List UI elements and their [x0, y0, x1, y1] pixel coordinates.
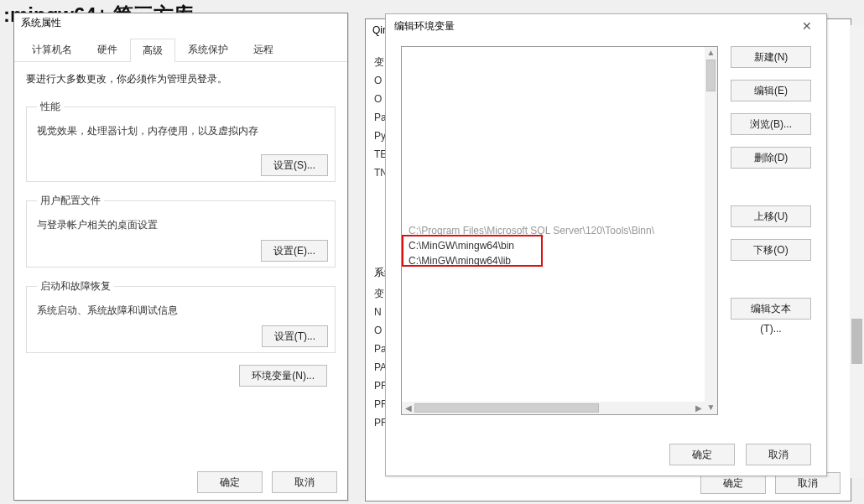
scroll-left-icon[interactable]: ◀: [402, 403, 414, 413]
path-row[interactable]: C:\MinGW\mingw64\lib: [409, 253, 654, 268]
startup-legend: 启动和故障恢复: [37, 279, 114, 294]
system-properties-dialog: 系统属性 计算机名 硬件 高级 系统保护 远程 要进行大多数更改，你必须作为管理…: [13, 13, 348, 501]
performance-legend: 性能: [37, 100, 64, 114]
v-scroll-thumb[interactable]: [706, 60, 716, 91]
edit-envvar-dialog: 编辑环境变量 ✕ C:\Program Files\Microsoft SQL …: [385, 13, 827, 476]
edit-text-button[interactable]: 编辑文本(T)...: [731, 298, 811, 320]
userprofile-group: 用户配置文件 与登录帐户相关的桌面设置 设置(E)...: [26, 194, 336, 268]
browse-button[interactable]: 浏览(B)...: [731, 113, 811, 135]
editenv-ok-button[interactable]: 确定: [669, 444, 735, 465]
sysprops-tabs: 计算机名 硬件 高级 系统保护 远程: [14, 34, 347, 62]
close-icon[interactable]: ✕: [794, 18, 820, 34]
path-listbox[interactable]: C:\Program Files\Microsoft SQL Server\12…: [401, 46, 718, 415]
userprofile-legend: 用户配置文件: [37, 194, 104, 208]
move-down-button[interactable]: 下移(O): [731, 239, 811, 261]
move-up-button[interactable]: 上移(U): [731, 205, 811, 227]
scroll-up-icon[interactable]: ▲: [705, 47, 717, 60]
envvar-button[interactable]: 环境变量(N)...: [239, 365, 327, 387]
edit-envvar-title: 编辑环境变量: [394, 19, 455, 34]
vertical-scrollbar[interactable]: ▲ ▼: [705, 47, 717, 414]
tab-system-protection[interactable]: 系统保护: [175, 38, 241, 61]
tab-computer-name[interactable]: 计算机名: [19, 38, 85, 61]
edit-button[interactable]: 编辑(E): [731, 80, 811, 101]
userprofile-desc: 与登录帐户相关的桌面设置: [37, 218, 325, 232]
editenv-button-column: 新建(N) 编辑(E) 浏览(B)... 删除(D) 上移(U) 下移(O) 编…: [731, 46, 811, 331]
delete-button[interactable]: 删除(D): [731, 147, 811, 169]
h-scroll-thumb[interactable]: [414, 403, 599, 413]
sysprops-cancel-button[interactable]: 取消: [272, 471, 337, 493]
editenv-cancel-button[interactable]: 取消: [746, 444, 811, 465]
startup-group: 启动和故障恢复 系统启动、系统故障和调试信息 设置(T)...: [26, 279, 336, 353]
scroll-right-icon[interactable]: ▶: [692, 403, 705, 413]
performance-group: 性能 视觉效果，处理器计划，内存使用，以及虚拟内存 设置(S)...: [26, 100, 336, 182]
performance-settings-button[interactable]: 设置(S)...: [261, 154, 328, 176]
path-row[interactable]: C:\MinGW\mingw64\bin: [409, 238, 654, 253]
admin-required-msg: 要进行大多数更改，你必须作为管理员登录。: [26, 72, 336, 86]
userprofile-settings-button[interactable]: 设置(E)...: [261, 240, 328, 262]
tab-advanced[interactable]: 高级: [130, 39, 175, 62]
tab-remote[interactable]: 远程: [241, 38, 286, 61]
startup-desc: 系统启动、系统故障和调试信息: [37, 304, 325, 318]
scroll-down-icon[interactable]: ▼: [705, 402, 717, 414]
page-scroll-thumb[interactable]: [851, 319, 862, 364]
startup-settings-button[interactable]: 设置(T)...: [262, 325, 328, 347]
performance-desc: 视觉效果，处理器计划，内存使用，以及虚拟内存: [37, 124, 325, 138]
path-row[interactable]: C:\Program Files\Microsoft SQL Server\12…: [409, 223, 654, 238]
tab-hardware[interactable]: 硬件: [85, 38, 130, 61]
sysprops-ok-button[interactable]: 确定: [197, 471, 263, 493]
horizontal-scrollbar[interactable]: ◀ ▶: [402, 402, 705, 414]
new-button[interactable]: 新建(N): [731, 46, 811, 68]
sysprops-title: 系统属性: [14, 13, 347, 34]
page-scrollbar[interactable]: [850, 25, 864, 478]
